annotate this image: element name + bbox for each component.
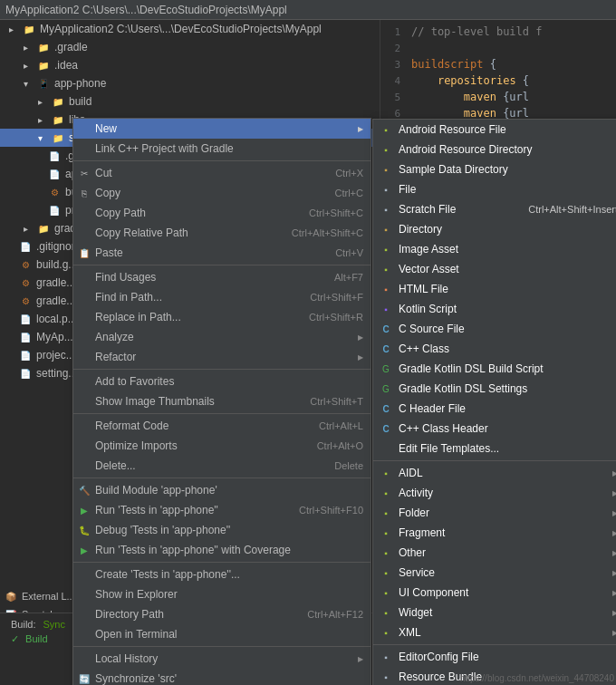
submenu-item-c-source-file[interactable]: C C Source File — [373, 319, 616, 339]
gradle-icon: ⚙ — [18, 257, 33, 272]
submenu-item-gradle-kotlin-build[interactable]: G Gradle Kotlin DSL Build Script — [373, 359, 616, 379]
c-header-icon: C — [379, 401, 393, 416]
hammer-icon: 🔨 — [77, 483, 91, 497]
tree-item-gradle[interactable]: ▸ 📁 .gradle — [0, 38, 380, 56]
menu-item-new[interactable]: New ▶ ▪ Android Resource File ▪ Android … — [73, 119, 371, 139]
menu-label-copy: Copy — [95, 187, 317, 199]
submenu-label: C Header File — [399, 402, 466, 415]
submenu-item-ui-component[interactable]: ▪ UI Component ▶ — [373, 583, 616, 603]
submenu-item-widget[interactable]: ▪ Widget ▶ — [373, 603, 616, 622]
menu-item-link-cpp[interactable]: Link C++ Project with Gradle — [73, 139, 371, 159]
submenu-item-directory[interactable]: ▪ Directory — [373, 219, 616, 239]
menu-label-add-favorites: Add to Favorites — [95, 375, 174, 388]
chevron-icon: ▸ — [33, 112, 47, 127]
tree-item-project[interactable]: ▸ 📁 MyApplication2 C:\Users\...\DevEcoSt… — [0, 20, 380, 38]
code-line-5: 5 maven {url — [380, 89, 616, 105]
separator-1 — [73, 160, 371, 161]
menu-item-local-history[interactable]: Local History ▶ — [73, 649, 371, 669]
submenu-label: Kotlin Script — [399, 303, 457, 315]
edit-templates-icon — [379, 441, 393, 456]
menu-item-reformat[interactable]: Reformat Code Ctrl+Alt+L — [73, 416, 371, 436]
chevron-icon: ▾ — [33, 130, 47, 145]
submenu-label: Edit File Templates... — [399, 442, 499, 455]
refactor-arrow-icon: ▶ — [358, 353, 363, 362]
submenu-label: C Source File — [399, 323, 465, 335]
submenu-item-sample-data-dir[interactable]: ▪ Sample Data Directory — [373, 159, 616, 179]
submenu-item-c-header-file[interactable]: C C Header File — [373, 399, 616, 419]
submenu-item-scratch-file[interactable]: ▪ Scratch File Ctrl+Alt+Shift+Insert — [373, 199, 616, 219]
vector-asset-icon: ▪ — [379, 262, 393, 276]
submenu-item-xml[interactable]: ▪ XML ▶ — [373, 622, 616, 642]
submenu-item-file[interactable]: ▪ File — [373, 179, 616, 199]
widget-icon: ▪ — [379, 605, 393, 620]
submenu-item-edit-file-templates[interactable]: Edit File Templates... — [373, 439, 616, 458]
submenu-item-fragment[interactable]: ▪ Fragment ▶ — [373, 523, 616, 543]
menu-item-cut[interactable]: ✂ Cut Ctrl+X — [73, 163, 371, 183]
submenu-label: UI Component — [399, 586, 612, 599]
submenu-label: Folder — [399, 507, 612, 519]
menu-item-open-terminal[interactable]: Open in Terminal — [73, 624, 371, 644]
submenu-separator-1 — [373, 460, 616, 461]
sync-button[interactable]: Sync — [43, 619, 65, 630]
menu-item-build-module[interactable]: 🔨 Build Module 'app-phone' — [73, 480, 371, 500]
service-icon: ▪ — [379, 565, 393, 580]
menu-label-replace-in-path: Replace in Path... — [95, 311, 181, 323]
gradle-settings-icon: G — [379, 381, 393, 396]
menu-item-show-thumbnails[interactable]: Show Image Thumbnails Ctrl+Shift+T — [73, 391, 371, 411]
menu-item-find-in-path[interactable]: Find in Path... Ctrl+Shift+F — [73, 287, 371, 307]
menu-item-debug-tests[interactable]: 🐛 Debug 'Tests in 'app-phone'' — [73, 520, 371, 540]
shortcut-delete: Delete — [316, 460, 363, 471]
menu-item-synchronize[interactable]: 🔄 Synchronize 'src' — [73, 669, 371, 685]
tree-label: MyApplication2 C:\Users\...\DevEcoStudio… — [40, 23, 322, 35]
menu-item-add-favorites[interactable]: Add to Favorites — [73, 371, 371, 391]
menu-item-optimize-imports[interactable]: Optimize Imports Ctrl+Alt+O — [73, 436, 371, 456]
fragment-icon: ▪ — [379, 526, 393, 540]
folder-icon: 📁 — [51, 112, 65, 127]
submenu-item-cpp-class-header[interactable]: C C++ Class Header — [373, 419, 616, 439]
menu-item-analyze[interactable]: Analyze ▶ — [73, 327, 371, 347]
submenu-item-editorconfig[interactable]: ▪ EditorConfig File — [373, 647, 616, 667]
submenu-item-activity[interactable]: ▪ Activity ▶ — [373, 483, 616, 503]
chevron-icon: ▸ — [33, 94, 47, 109]
submenu-item-folder[interactable]: ▪ Folder ▶ — [373, 503, 616, 523]
submenu-item-vector-asset[interactable]: ▪ Vector Asset — [373, 259, 616, 279]
tree-item-appphone[interactable]: ▾ 📱 app-phone — [0, 74, 380, 92]
submenu-item-cpp-class[interactable]: C C++ Class — [373, 339, 616, 359]
submenu-item-other[interactable]: ▪ Other ▶ — [373, 543, 616, 563]
menu-item-directory-path[interactable]: Directory Path Ctrl+Alt+F12 — [73, 604, 371, 624]
menu-label-optimize-imports: Optimize Imports — [95, 439, 299, 452]
gradle-build-icon: G — [379, 362, 393, 376]
menu-item-replace-in-path[interactable]: Replace in Path... Ctrl+Shift+R — [73, 307, 371, 327]
submenu-item-html-file[interactable]: ▪ HTML File — [373, 279, 616, 299]
menu-item-copy-relative-path[interactable]: Copy Relative Path Ctrl+Alt+Shift+C — [73, 223, 371, 243]
menu-item-copy-path[interactable]: Copy Path Ctrl+Shift+C — [73, 203, 371, 223]
submenu-item-image-asset[interactable]: ▪ Image Asset — [373, 239, 616, 259]
submenu-arrow-icon: ▶ — [612, 609, 616, 617]
menu-item-run-tests[interactable]: ▶ Run 'Tests in 'app-phone'' Ctrl+Shift+… — [73, 500, 371, 520]
gradle-icon: ⚙ — [18, 294, 33, 308]
menu-label-new: New — [95, 122, 358, 135]
menu-label-paste: Paste — [95, 246, 317, 259]
submenu-item-kotlin-script[interactable]: ▪ Kotlin Script — [373, 299, 616, 319]
xml-icon: ▪ — [379, 625, 393, 640]
submenu-item-android-resource-file[interactable]: ▪ Android Resource File — [373, 120, 616, 140]
menu-item-run-tests-coverage[interactable]: ▶ Run 'Tests in 'app-phone'' with Covera… — [73, 540, 371, 560]
tree-item-build[interactable]: ▸ 📁 build — [0, 92, 380, 111]
line-number: 1 — [380, 26, 408, 38]
run-icon: ▶ — [77, 503, 91, 517]
submenu-item-service[interactable]: ▪ Service ▶ — [373, 563, 616, 583]
menu-item-show-explorer[interactable]: Show in Explorer — [73, 584, 371, 604]
menu-item-copy[interactable]: ⎘ Copy Ctrl+C — [73, 183, 371, 203]
submenu-arrow-icon: ▶ — [612, 589, 616, 597]
submenu-item-gradle-kotlin-settings[interactable]: G Gradle Kotlin DSL Settings — [373, 379, 616, 399]
submenu-item-aidl[interactable]: ▪ AIDL ▶ — [373, 463, 616, 483]
menu-item-create-tests[interactable]: Create 'Tests in 'app-phone''... — [73, 564, 371, 584]
submenu-label: C++ Class — [399, 342, 449, 355]
menu-item-delete[interactable]: Delete... Delete — [73, 456, 371, 476]
menu-item-find-usages[interactable]: Find Usages Alt+F7 — [73, 267, 371, 287]
tree-item-idea[interactable]: ▸ 📁 .idea — [0, 56, 380, 74]
menu-item-paste[interactable]: 📋 Paste Ctrl+V — [73, 243, 371, 263]
project-icon: 📁 — [22, 22, 36, 36]
submenu-item-android-resource-dir[interactable]: ▪ Android Resource Directory — [373, 140, 616, 159]
menu-item-refactor[interactable]: Refactor ▶ — [73, 347, 371, 367]
